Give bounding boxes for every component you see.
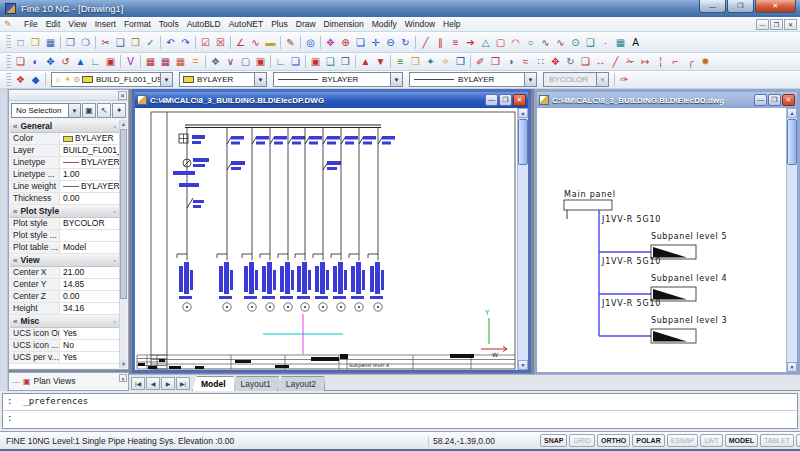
copy-object-icon[interactable]: ❐	[488, 54, 503, 69]
scroll-up-icon[interactable]: ▲	[518, 108, 528, 118]
hatch-icon[interactable]: ▦	[613, 35, 628, 50]
lengthen-icon[interactable]: ╱	[608, 54, 623, 69]
property-value[interactable]: 34.16	[60, 303, 119, 314]
minimize-button[interactable]: —	[699, 0, 726, 13]
mdi-close-button[interactable]: ✕	[784, 19, 797, 30]
ellipse-icon[interactable]: ⊙	[568, 35, 583, 50]
insert-block2-icon[interactable]: ❑	[323, 54, 338, 69]
toggle-snap[interactable]: SNAP	[540, 434, 567, 447]
property-value[interactable]: No	[60, 340, 119, 351]
drawing-window-elecdd[interactable]: C:\4M\CALC\8_3_BUILDING.BLD\ElecDD.dwg —…	[534, 89, 800, 375]
zoom-out-icon[interactable]: ⊖	[383, 35, 398, 50]
property-value[interactable]: 1.00	[60, 169, 119, 180]
tab-layout1[interactable]: Layout1	[232, 376, 280, 391]
break-icon[interactable]: ¦	[653, 54, 668, 69]
menu-autonet[interactable]: AutoNET	[225, 18, 268, 30]
selection-combo[interactable]: No Selection ▼	[11, 103, 81, 118]
esnap-settings-icon[interactable]: ☑	[198, 35, 213, 50]
close-button[interactable]: ✕	[755, 0, 796, 13]
child-maximize-button[interactable]: ❐	[768, 94, 781, 106]
color-combo[interactable]: BYLAYER ▼	[179, 72, 267, 87]
child-titlebar[interactable]: C:\4M\CALC\8_3_BUILDING.BLD\ElecDD.dwg —…	[537, 92, 797, 108]
polygon-icon[interactable]: △	[478, 35, 493, 50]
toolbar-grip[interactable]	[6, 55, 11, 69]
zoom-in-icon[interactable]: ✛	[368, 35, 383, 50]
ruler-icon[interactable]: ▬	[263, 35, 278, 50]
fine-options-icon[interactable]: V	[123, 54, 138, 69]
tab-nav-button-0[interactable]: |◀	[131, 377, 145, 390]
tab-nav-button-1[interactable]: ◀	[146, 377, 160, 390]
menu-draw[interactable]: Draw	[292, 18, 320, 30]
print-icon[interactable]: ❐	[63, 35, 78, 50]
mdi-restore-button[interactable]: ❐	[770, 19, 783, 30]
scroll-up-icon[interactable]: ▲	[787, 108, 797, 118]
scrollbar-thumb[interactable]	[120, 129, 127, 299]
tab-nav-button-3[interactable]: ▶|	[176, 377, 190, 390]
tab-nav-button-2[interactable]: ▶	[161, 377, 175, 390]
property-value[interactable]: BYCOLOR	[60, 218, 119, 229]
construction-line-icon[interactable]: ∥	[433, 35, 448, 50]
menu-tools[interactable]: Tools	[155, 18, 183, 30]
child-maximize-button[interactable]: ❐	[499, 94, 512, 106]
property-value[interactable]: Yes	[60, 352, 119, 363]
linetype-combo[interactable]: BYLAYER ▼	[273, 72, 403, 87]
move-icon[interactable]: ✥	[548, 54, 563, 69]
property-value[interactable]	[60, 230, 119, 241]
scrollbar-thumb[interactable]	[518, 119, 528, 165]
select-objects-button[interactable]: ↖	[97, 103, 111, 118]
vertical-scrollbar[interactable]: ▲ ▼	[786, 108, 797, 372]
property-value[interactable]: Model	[60, 242, 119, 253]
pan-view-icon[interactable]: ✥	[43, 54, 58, 69]
draworder-front-icon[interactable]: ▲	[358, 54, 373, 69]
rectangle-icon[interactable]: ▢	[493, 35, 508, 50]
fine-build-icon[interactable]: ❖	[13, 72, 28, 87]
lineweight-combo[interactable]: BYLAYER ▼	[409, 72, 537, 87]
toggle-dyn[interactable]: DYN	[796, 434, 800, 447]
array-icon[interactable]: ∷	[533, 54, 548, 69]
extend-icon[interactable]: ↦	[638, 54, 653, 69]
menu-format[interactable]: Format	[120, 18, 155, 30]
plot-style-manager-icon[interactable]: ✑	[617, 72, 632, 87]
palette-titlebar[interactable]: ✕	[9, 90, 128, 101]
scroll-up-icon[interactable]: ▲	[120, 120, 127, 128]
text-icon[interactable]: A	[628, 35, 643, 50]
zoom-dynamic-icon[interactable]: ◐	[28, 54, 43, 69]
insert-block-icon[interactable]: ❑	[583, 35, 598, 50]
scrollbar-thumb[interactable]	[787, 119, 797, 165]
chevron-down-icon[interactable]: ▼	[390, 73, 402, 86]
menu-modify[interactable]: Modify	[368, 18, 401, 30]
erase-icon[interactable]: ✐	[473, 54, 488, 69]
scroll-down-icon[interactable]: ▼	[120, 360, 127, 368]
multiline-icon[interactable]: ≡	[448, 35, 463, 50]
stretch-icon[interactable]: ↔	[593, 54, 608, 69]
toolbar-grip[interactable]	[6, 35, 11, 49]
property-value[interactable]: 21.00	[60, 267, 119, 278]
divide-icon[interactable]: =	[188, 54, 203, 69]
rotate-icon[interactable]: ↻	[563, 54, 578, 69]
redo-icon[interactable]: ↷	[178, 35, 193, 50]
snap-settings-icon[interactable]: ☒	[213, 35, 228, 50]
menu-plus[interactable]: Plus	[267, 18, 292, 30]
revcloud-icon[interactable]: ∿	[538, 35, 553, 50]
undo-icon[interactable]: ↶	[163, 35, 178, 50]
chevron-down-icon[interactable]: ▼	[254, 73, 266, 86]
layer-combo[interactable]: ☼☀⊙ BUILD_FL001_US ▼	[51, 72, 173, 87]
toggle-esnap[interactable]: ESNAP	[667, 434, 699, 447]
dock-strip[interactable]	[0, 89, 8, 391]
pan-icon[interactable]: ✥	[323, 35, 338, 50]
match-properties-icon[interactable]: ✓	[143, 35, 158, 50]
property-value[interactable]: Yes	[60, 328, 119, 339]
layer-previous-icon[interactable]: ≡	[393, 54, 408, 69]
cut-icon[interactable]: ✂	[98, 35, 113, 50]
layer-on-icon[interactable]: ☼	[54, 75, 63, 84]
menu-autobld[interactable]: AutoBLD	[183, 18, 225, 30]
ucs-origin-icon[interactable]: ∟	[273, 54, 288, 69]
toggle-pickadd-button[interactable]: ✦	[112, 103, 126, 118]
child-titlebar[interactable]: C:\4M\CALC\8_3_BUILDING.BLD\ElecDP.DWG —…	[135, 92, 528, 108]
menu-insert[interactable]: Insert	[91, 18, 120, 30]
ucs-icon[interactable]: ∟	[88, 54, 103, 69]
rotate-view-icon[interactable]: ↺	[58, 54, 73, 69]
draworder-back-icon[interactable]: ▼	[373, 54, 388, 69]
section-header-misc[interactable]: «Misc▪	[10, 315, 119, 328]
zoom-extents-icon[interactable]: ↻	[398, 35, 413, 50]
